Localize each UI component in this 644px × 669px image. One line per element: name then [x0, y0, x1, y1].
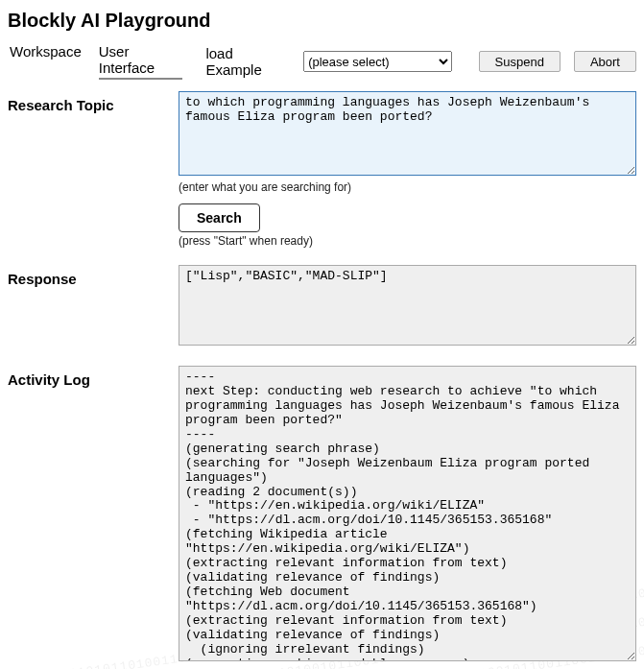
response-label: Response — [8, 265, 179, 287]
toolbar: Workspace User Interface load Example (p… — [8, 39, 636, 89]
research-topic-label: Research Topic — [8, 91, 179, 113]
research-topic-input[interactable] — [179, 91, 636, 176]
tab-group: Workspace User Interface — [10, 43, 182, 80]
page-title: Blockly AI Playground — [8, 10, 636, 32]
research-topic-hint: (enter what you are searching for) — [179, 180, 636, 194]
search-button[interactable]: Search — [179, 203, 260, 232]
suspend-button[interactable]: Suspend — [479, 51, 561, 72]
activity-log-output[interactable] — [179, 366, 636, 661]
tab-workspace[interactable]: Workspace — [10, 43, 82, 80]
load-example-label: load Example — [205, 45, 290, 78]
search-hint: (press "Start" when ready) — [179, 234, 636, 248]
activity-log-label: Activity Log — [8, 366, 179, 388]
abort-button[interactable]: Abort — [574, 51, 636, 72]
tab-user-interface[interactable]: User Interface — [99, 43, 183, 80]
example-select[interactable]: (please select) — [303, 51, 451, 72]
response-output[interactable] — [179, 265, 636, 346]
